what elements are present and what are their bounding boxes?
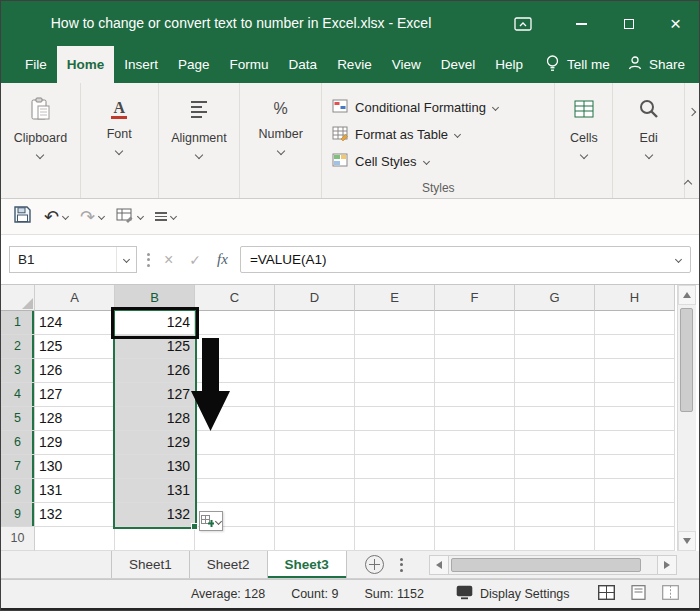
- status-sum[interactable]: Sum: 1152: [364, 587, 424, 601]
- column-header-f[interactable]: F: [435, 285, 515, 311]
- cell-G5[interactable]: [515, 407, 595, 431]
- cell-A4[interactable]: 127: [35, 383, 115, 407]
- menu-tab-devel[interactable]: Devel: [431, 46, 486, 83]
- cell-E9[interactable]: [355, 503, 435, 527]
- cell-B5[interactable]: 128: [115, 407, 195, 431]
- vertical-scroll-thumb[interactable]: [680, 308, 693, 412]
- menu-tab-help[interactable]: Help: [485, 46, 533, 83]
- cell-F3[interactable]: [435, 359, 515, 383]
- cell-C2[interactable]: [195, 335, 275, 359]
- scroll-left-button[interactable]: [429, 555, 449, 575]
- cell-H6[interactable]: [595, 431, 675, 455]
- cell-G6[interactable]: [515, 431, 595, 455]
- fill-handle[interactable]: [191, 523, 198, 530]
- cell-B4[interactable]: 127: [115, 383, 195, 407]
- cell-D4[interactable]: [275, 383, 355, 407]
- cell-F10[interactable]: [435, 527, 515, 551]
- cell-B9[interactable]: 132: [115, 503, 195, 527]
- row-header-1[interactable]: 1: [1, 311, 35, 335]
- cell-B10[interactable]: [115, 527, 195, 551]
- cell-B7[interactable]: 130: [115, 455, 195, 479]
- cell-E10[interactable]: [355, 527, 435, 551]
- cell-D3[interactable]: [275, 359, 355, 383]
- cell-H3[interactable]: [595, 359, 675, 383]
- conditional-formatting-button[interactable]: Conditional Formatting: [332, 94, 498, 121]
- cell-A8[interactable]: 131: [35, 479, 115, 503]
- cell-F6[interactable]: [435, 431, 515, 455]
- scroll-up-button[interactable]: [678, 285, 696, 305]
- cell-F4[interactable]: [435, 383, 515, 407]
- cell-A6[interactable]: 129: [35, 431, 115, 455]
- cell-styles-button[interactable]: Cell Styles: [332, 148, 428, 175]
- cell-E5[interactable]: [355, 407, 435, 431]
- cell-D6[interactable]: [275, 431, 355, 455]
- cell-C5[interactable]: [195, 407, 275, 431]
- cell-G1[interactable]: [515, 311, 595, 335]
- cell-H2[interactable]: [595, 335, 675, 359]
- column-header-g[interactable]: G: [515, 285, 595, 311]
- cell-F5[interactable]: [435, 407, 515, 431]
- cell-F9[interactable]: [435, 503, 515, 527]
- display-settings-button[interactable]: Display Settings: [456, 585, 570, 603]
- cell-E3[interactable]: [355, 359, 435, 383]
- ribbon-group-clipboard[interactable]: Clipboard: [1, 83, 81, 198]
- cell-C7[interactable]: [195, 455, 275, 479]
- ribbon-display-options-icon[interactable]: [499, 1, 546, 46]
- cell-D1[interactable]: [275, 311, 355, 335]
- new-sheet-button[interactable]: [365, 555, 384, 574]
- ribbon-group-cells[interactable]: Cells: [555, 83, 613, 198]
- cancel-icon[interactable]: ×: [164, 251, 173, 269]
- table-tool-button[interactable]: [116, 206, 143, 228]
- cell-C1[interactable]: [195, 311, 275, 335]
- customize-quick-access-button[interactable]: [155, 212, 176, 221]
- cell-H4[interactable]: [595, 383, 675, 407]
- row-header-3[interactable]: 3: [1, 359, 35, 383]
- cell-H10[interactable]: [595, 527, 675, 551]
- status-average[interactable]: Average: 128: [191, 587, 265, 601]
- menu-tab-page[interactable]: Page: [168, 46, 220, 83]
- close-button[interactable]: ×: [652, 1, 699, 46]
- row-header-9[interactable]: 9: [1, 503, 35, 527]
- cell-B8[interactable]: 131: [115, 479, 195, 503]
- maximize-button[interactable]: [605, 1, 652, 46]
- insert-function-icon[interactable]: fx: [217, 251, 228, 268]
- ribbon-group-font[interactable]: A Font: [81, 83, 159, 198]
- page-break-view-button[interactable]: [662, 585, 679, 603]
- name-box-dropdown[interactable]: [116, 247, 136, 272]
- normal-view-button[interactable]: [598, 585, 615, 603]
- select-all-corner[interactable]: [1, 285, 35, 311]
- ribbon-group-editing[interactable]: Edi: [613, 83, 685, 198]
- save-button[interactable]: [13, 205, 32, 228]
- expand-formula-bar-icon[interactable]: [675, 256, 682, 263]
- sheet-tab-sheet2[interactable]: Sheet2: [190, 551, 268, 578]
- cell-A5[interactable]: 128: [35, 407, 115, 431]
- row-header-8[interactable]: 8: [1, 479, 35, 503]
- cell-D7[interactable]: [275, 455, 355, 479]
- horizontal-scrollbar[interactable]: [429, 555, 677, 575]
- page-layout-view-button[interactable]: [630, 585, 647, 603]
- cell-E8[interactable]: [355, 479, 435, 503]
- cell-G9[interactable]: [515, 503, 595, 527]
- formula-input[interactable]: =VALUE(A1): [240, 246, 691, 273]
- cell-H9[interactable]: [595, 503, 675, 527]
- menu-tab-data[interactable]: Data: [279, 46, 328, 83]
- collapse-ribbon-button[interactable]: [685, 173, 691, 191]
- row-header-5[interactable]: 5: [1, 407, 35, 431]
- scroll-right-button[interactable]: [657, 555, 677, 575]
- cell-H8[interactable]: [595, 479, 675, 503]
- menu-tab-home[interactable]: Home: [57, 46, 115, 83]
- sheet-tab-sheet3[interactable]: Sheet3: [268, 551, 347, 578]
- cell-E2[interactable]: [355, 335, 435, 359]
- menu-tab-revie[interactable]: Revie: [327, 46, 382, 83]
- minimize-button[interactable]: [558, 1, 605, 46]
- redo-button[interactable]: ↷: [80, 208, 104, 226]
- cell-A3[interactable]: 126: [35, 359, 115, 383]
- cell-B2[interactable]: 125: [115, 335, 195, 359]
- cell-G7[interactable]: [515, 455, 595, 479]
- undo-button[interactable]: ↶: [44, 208, 68, 226]
- cell-C3[interactable]: [195, 359, 275, 383]
- row-header-7[interactable]: 7: [1, 455, 35, 479]
- cell-B3[interactable]: 126: [115, 359, 195, 383]
- share-button[interactable]: Share: [627, 46, 685, 83]
- column-header-b[interactable]: B: [115, 285, 195, 311]
